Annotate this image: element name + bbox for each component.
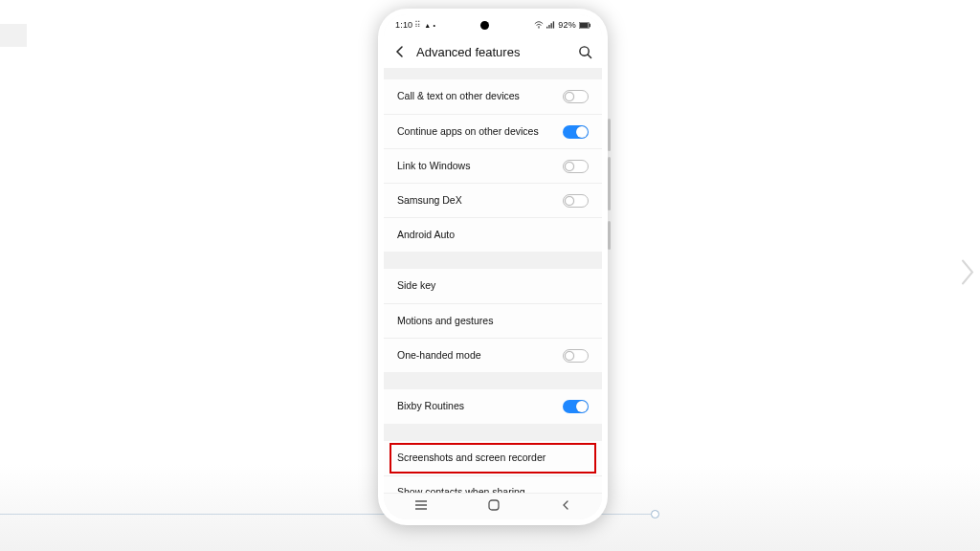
toggle-continue-apps[interactable] [563,125,589,139]
svg-rect-2 [549,25,550,29]
toggle-one-handed[interactable] [563,349,589,363]
status-time: 1:10 [395,20,412,30]
toggle-call-text[interactable] [563,90,589,103]
toggle-link-windows[interactable] [563,160,589,173]
svg-rect-1 [546,27,547,29]
row-label: Call & text on other devices [397,80,525,113]
row-label: Motions and gestures [397,305,499,338]
svg-rect-3 [551,23,552,28]
row-label: Samsung DeX [397,185,468,217]
timeline-dot[interactable] [651,510,659,518]
row-samsung-dex[interactable]: Samsung DeX [384,183,602,217]
search-icon[interactable] [578,45,592,59]
row-link-windows[interactable]: Link to Windows [384,148,602,183]
svg-rect-13 [489,500,499,510]
svg-rect-6 [580,22,589,27]
svg-line-9 [588,55,590,57]
row-label: Android Auto [397,219,460,252]
signal-icon [546,21,555,29]
row-bixby-routines[interactable]: Bixby Routines [384,389,602,424]
app-bar: Advanced features [384,35,602,68]
row-one-handed[interactable]: One-handed mode [384,338,602,372]
svg-rect-7 [590,23,590,26]
status-notif-dots: ⠿ [414,20,422,30]
row-call-text[interactable]: Call & text on other devices [384,79,602,114]
back-nav-icon[interactable] [559,498,572,516]
battery-percent: 92% [558,20,576,30]
row-label: Continue apps on other devices [397,116,545,148]
svg-rect-4 [553,21,554,28]
row-label: Side key [397,270,441,302]
row-side-key[interactable]: Side key [384,269,602,303]
settings-list[interactable]: Call & text on other devices Continue ap… [384,68,602,493]
row-continue-apps[interactable]: Continue apps on other devices [384,114,602,148]
status-bar: 1:10 ⠿ ▲ • 92% [384,14,602,35]
row-label: Screenshots and screen recorder [397,442,551,474]
next-slide-icon[interactable] [959,258,976,294]
corner-tab [0,24,27,47]
status-small-icon: ▲ • [424,22,435,29]
row-label: One-handed mode [397,340,487,372]
recents-icon[interactable] [413,498,429,516]
toggle-bixby[interactable] [563,400,589,413]
back-icon[interactable] [393,45,407,58]
row-screenshots-recorder[interactable]: Screenshots and screen recorder [384,441,602,475]
row-label: Show contacts when sharing content [397,476,563,493]
svg-point-0 [539,27,540,28]
wifi-icon [534,21,544,29]
phone-mockup: 1:10 ⠿ ▲ • 92% [378,9,608,525]
toggle-samsung-dex[interactable] [563,194,589,208]
row-label: Link to Windows [397,150,476,183]
row-label: Bixby Routines [397,390,470,423]
row-android-auto[interactable]: Android Auto [384,217,602,252]
row-motions-gestures[interactable]: Motions and gestures [384,303,602,338]
home-icon[interactable] [487,498,501,516]
system-nav-bar [384,493,602,519]
page-title: Advanced features [416,45,568,59]
battery-icon [579,22,590,29]
camera-punch-hole [480,21,489,30]
row-show-contacts[interactable]: Show contacts when sharing content [384,475,602,493]
